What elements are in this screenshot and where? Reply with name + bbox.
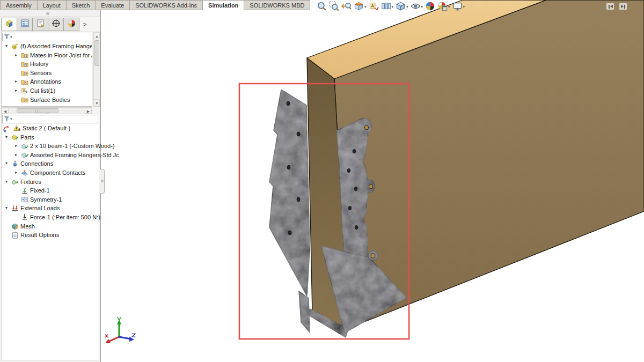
next-view-page-button[interactable] bbox=[619, 3, 627, 10]
tree-item-label: Fixed-1 bbox=[30, 187, 50, 194]
manager-tabs-overflow-button[interactable]: > bbox=[79, 18, 91, 31]
prev-view-page-button[interactable] bbox=[606, 3, 614, 10]
expand-arrow-icon[interactable]: ▸ bbox=[13, 88, 19, 93]
configurationmanager-tab[interactable] bbox=[32, 18, 48, 31]
expand-arrow-icon[interactable]: ▸ bbox=[13, 170, 19, 175]
study-icon bbox=[3, 125, 10, 134]
tree-item[interactable]: Static 2 (-Default-) bbox=[2, 124, 99, 133]
display-style-button[interactable]: ▾ bbox=[396, 1, 408, 13]
panel-resize-handle[interactable] bbox=[0, 10, 100, 17]
tree-item[interactable]: Force-1 (:Per item: 500 N:) bbox=[2, 213, 99, 222]
tree-item[interactable]: ▾(f) Assorted Framing Hangers-Std . bbox=[2, 42, 92, 51]
panel-collapse-tab[interactable] bbox=[100, 169, 105, 194]
zoom-to-fit-button[interactable] bbox=[317, 1, 327, 13]
simulation-tree-filter[interactable]: ▾ bbox=[2, 115, 98, 123]
tree-item[interactable]: ▸Component Contacts bbox=[2, 168, 99, 178]
command-tab-layout[interactable]: Layout bbox=[38, 0, 67, 10]
tree-item[interactable]: Sensors bbox=[2, 69, 92, 78]
contacts-icon bbox=[21, 169, 28, 178]
collapse-arrow-icon[interactable]: ▾ bbox=[4, 135, 9, 139]
dimxpertmanager-tab[interactable] bbox=[48, 18, 64, 31]
manager-tabs: > bbox=[1, 18, 91, 32]
tree-item[interactable]: ▸2 x 10 beam-1 (-Custom Wood-) bbox=[2, 142, 99, 151]
view-settings-button[interactable]: ▾ bbox=[452, 1, 465, 13]
tree-item[interactable]: ▸Assorted Framing Hangers-Std Jc bbox=[2, 151, 99, 160]
section-view-icon bbox=[354, 1, 364, 13]
tree-item-label: Mesh bbox=[20, 223, 35, 230]
command-tab-simulation[interactable]: Simulation bbox=[203, 0, 244, 10]
tree-item[interactable]: ▸Cut list(1) bbox=[2, 86, 92, 95]
tree-item-label: Sensors bbox=[30, 70, 52, 76]
displaymanager-tab[interactable] bbox=[63, 18, 79, 31]
mates-folder-icon bbox=[21, 51, 28, 60]
surface-bodies-icon bbox=[21, 96, 28, 105]
collapse-arrow-icon[interactable]: ▾ bbox=[4, 161, 9, 166]
section-view-button[interactable]: ▾ bbox=[354, 1, 367, 13]
dynamic-annotation-views-button[interactable] bbox=[369, 1, 379, 13]
expand-arrow-icon[interactable]: ▸ bbox=[13, 79, 19, 84]
featuremanager-tree-tab[interactable] bbox=[1, 18, 17, 31]
command-tab-sketch[interactable]: Sketch bbox=[67, 0, 96, 10]
tree-item[interactable]: ▸Annotations bbox=[2, 77, 92, 86]
command-tab-evaluate[interactable]: Evaluate bbox=[96, 0, 130, 10]
propertymanager-tab[interactable] bbox=[17, 18, 33, 31]
expand-arrow-icon[interactable]: ▸ bbox=[13, 152, 19, 157]
filter-dropdown-caret-icon[interactable]: ▾ bbox=[10, 117, 12, 121]
tree-item[interactable]: History bbox=[2, 60, 92, 69]
expand-arrow-icon[interactable]: ▸ bbox=[13, 143, 19, 148]
annotations-folder-icon bbox=[21, 78, 28, 87]
previous-view-button[interactable] bbox=[341, 1, 352, 13]
dropdown-caret-icon[interactable]: ▾ bbox=[448, 5, 450, 9]
tree-item[interactable]: Mesh bbox=[2, 222, 99, 231]
collapse-arrow-icon[interactable]: ▾ bbox=[4, 179, 9, 184]
tree-item[interactable]: Symmetry-1 bbox=[2, 195, 99, 204]
mesh-icon bbox=[11, 223, 19, 231]
edit-appearance-button[interactable] bbox=[425, 1, 435, 13]
command-tab-assembly[interactable]: Assembly bbox=[0, 0, 38, 10]
manager-panel: > ▾ ▾(f) Assorted Framing Hangers-Std .▸… bbox=[0, 10, 101, 362]
tree-item-label: Surface Bodies bbox=[30, 97, 70, 103]
dropdown-caret-icon[interactable]: ▾ bbox=[406, 5, 408, 9]
tree-item-label: Connections bbox=[20, 160, 53, 167]
dropdown-caret-icon[interactable]: ▾ bbox=[463, 5, 465, 9]
collapse-arrow-icon[interactable]: ▾ bbox=[4, 43, 9, 48]
scroll-up-arrow[interactable]: ▲ bbox=[94, 32, 100, 39]
featuremanager-tree-icon bbox=[5, 19, 14, 30]
dropdown-caret-icon[interactable]: ▾ bbox=[364, 5, 367, 9]
command-tab-solidworks-mbd[interactable]: SOLIDWORKS MBD bbox=[244, 0, 310, 10]
zoom-to-fit-icon bbox=[317, 1, 327, 13]
hide-show-items-button[interactable]: ▾ bbox=[411, 1, 423, 13]
scroll-thumb[interactable] bbox=[94, 40, 99, 66]
expand-arrow-icon[interactable]: ▸ bbox=[13, 53, 19, 57]
view-orientation-button[interactable]: ▾ bbox=[381, 1, 394, 13]
zoom-to-area-button[interactable] bbox=[329, 1, 339, 13]
funnel-icon bbox=[4, 32, 10, 42]
tree-item[interactable]: ▾External Loads bbox=[2, 204, 99, 213]
dropdown-caret-icon[interactable]: ▾ bbox=[392, 5, 394, 9]
tree-item[interactable]: Fixed-1 bbox=[2, 186, 99, 195]
tree-item[interactable]: ▾Fixtures bbox=[2, 178, 99, 187]
dropdown-caret-icon[interactable]: ▾ bbox=[421, 5, 423, 9]
external-loads-icon bbox=[11, 205, 19, 213]
tree-item-label: Cut list(1) bbox=[30, 87, 55, 94]
command-tab-solidworks-add-ins[interactable]: SOLIDWORKS Add-Ins bbox=[130, 0, 203, 10]
tree-splitter[interactable] bbox=[0, 109, 100, 114]
tree-item[interactable]: ▾Parts bbox=[2, 133, 99, 142]
tree-item-label: 2 x 10 beam-1 (-Custom Wood-) bbox=[30, 143, 115, 149]
scroll-down-arrow[interactable]: ▼ bbox=[94, 99, 100, 106]
filter-dropdown-caret-icon[interactable]: ▾ bbox=[10, 35, 12, 39]
feature-tree-filter[interactable]: ▾ bbox=[2, 33, 91, 41]
tree-item[interactable]: ▸Mates in Floor Joist for Analysi bbox=[2, 51, 92, 60]
symmetry-icon bbox=[21, 196, 28, 204]
collapse-arrow-icon[interactable]: ▾ bbox=[4, 205, 9, 210]
cutlist-icon bbox=[21, 87, 28, 95]
feature-tree-vscrollbar[interactable]: ▲ ▼ bbox=[93, 32, 100, 107]
hide-show-items-icon bbox=[411, 1, 421, 13]
funnel-icon bbox=[4, 114, 10, 124]
tree-item[interactable]: ▾Connections bbox=[2, 159, 99, 168]
tree-item[interactable]: Surface Bodies bbox=[2, 95, 92, 105]
apply-scene-button[interactable]: ▾ bbox=[437, 1, 450, 13]
selection-highlight-box bbox=[239, 83, 409, 339]
simulation-study-tree: ▾ Static 2 (-Default-)▾Parts▸2 x 10 beam… bbox=[1, 114, 99, 360]
tree-item[interactable]: Result Options bbox=[2, 231, 99, 240]
